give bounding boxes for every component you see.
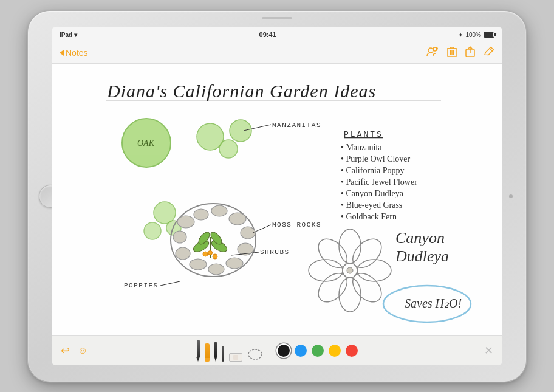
svg-point-20 [144,222,161,239]
back-button[interactable]: Notes [60,48,88,58]
color-blue[interactable] [295,345,307,357]
svg-line-34 [253,225,271,233]
ipad-frame: iPad ▾ 09:41 ✦ 100% Notes [28,11,526,382]
svg-point-32 [176,247,190,260]
ipad-top-bar [262,17,292,19]
note-canvas[interactable]: Diana's Californian Garden Ideas OAK MAN… [52,64,502,335]
svg-text:Saves H₂O!: Saves H₂O! [405,297,462,310]
nav-bar: Notes [52,42,502,64]
color-green[interactable] [312,345,324,357]
lasso-tool[interactable] [247,348,263,362]
svg-point-23 [177,216,194,228]
svg-point-29 [226,258,243,269]
svg-line-47 [160,281,180,286]
svg-point-51 [347,268,387,308]
battery-icon [484,32,494,38]
battery-label: 100% [465,32,481,38]
share-group-icon[interactable] [426,46,439,59]
svg-text:MOSS ROCKS: MOSS ROCKS [272,221,321,229]
pen-tool-2[interactable] [222,346,224,362]
svg-text:• Purple Owl Clover: • Purple Owl Clover [341,154,411,163]
compose-icon[interactable] [484,46,494,60]
pencil-tool[interactable] [196,340,200,362]
svg-point-15 [230,120,251,142]
svg-point-0 [428,48,433,53]
share-icon[interactable] [465,46,475,60]
emoji-button[interactable]: ☺ [78,345,87,356]
bluetooth-icon: ✦ [458,32,463,38]
right-dot [509,194,513,198]
color-yellow[interactable] [329,345,341,357]
colors-group [278,345,358,357]
svg-point-52 [339,278,361,312]
status-left: iPad ▾ [60,32,77,38]
svg-text:Diana's Californian Garden Ide: Diana's Californian Garden Ideas [106,81,376,101]
delete-icon[interactable] [447,46,457,60]
svg-point-49 [347,233,387,273]
svg-point-53 [313,268,352,308]
svg-text:OAK: OAK [137,139,155,148]
status-bar: iPad ▾ 09:41 ✦ 100% [52,27,502,42]
color-black[interactable] [278,345,290,357]
svg-text:• Manzanita: • Manzanita [341,143,382,152]
svg-point-25 [211,205,227,216]
back-chevron-icon [60,50,64,56]
svg-point-16 [219,140,238,158]
svg-point-41 [203,252,208,256]
svg-text:• Blue-eyed Grass: • Blue-eyed Grass [341,201,402,210]
marker-tool[interactable] [205,343,210,362]
svg-text:• Goldback Fern: • Goldback Fern [341,212,397,221]
drawing-toolbar: ↩ ☺ [52,335,502,365]
undo-button[interactable]: ↩ [61,344,70,357]
svg-text:MANZANITAS: MANZANITAS [272,122,321,129]
svg-text:• California Poppy: • California Poppy [341,166,404,175]
svg-point-57 [347,267,353,273]
svg-point-33 [173,231,186,243]
svg-point-54 [309,260,343,281]
svg-point-31 [190,259,207,270]
svg-text:POPPIES: POPPIES [124,282,159,289]
pen-tool-1[interactable] [214,342,217,362]
svg-point-48 [339,229,361,263]
ipad-label: iPad ▾ [60,32,77,38]
close-drawing-button[interactable]: ✕ [484,344,493,357]
back-label: Notes [66,48,88,58]
ipad-screen: iPad ▾ 09:41 ✦ 100% Notes [52,27,502,365]
svg-point-26 [229,213,246,225]
svg-point-2 [436,47,438,50]
svg-point-70 [248,349,262,359]
svg-text:Dudleya: Dudleya [395,247,449,265]
svg-point-30 [208,264,224,275]
color-red[interactable] [346,345,358,357]
svg-text:• Canyon Dudleya: • Canyon Dudleya [341,189,404,198]
status-right: ✦ 100% [458,32,494,38]
svg-point-43 [208,251,213,255]
svg-text:Canyon: Canyon [395,229,445,247]
svg-point-50 [357,260,391,281]
svg-point-42 [213,254,217,259]
tools-group [196,340,263,362]
eraser-tool[interactable] [229,353,242,362]
drawing-layer: Diana's Californian Garden Ideas OAK MAN… [52,64,502,335]
nav-actions [426,46,494,60]
svg-point-24 [194,209,208,220]
svg-text:PLANTS: PLANTS [344,130,383,139]
svg-text:SHRUBS: SHRUBS [260,249,290,256]
svg-point-55 [313,233,352,273]
status-time: 09:41 [259,31,276,38]
svg-text:• Pacific Jewel Flower: • Pacific Jewel Flower [341,177,417,187]
